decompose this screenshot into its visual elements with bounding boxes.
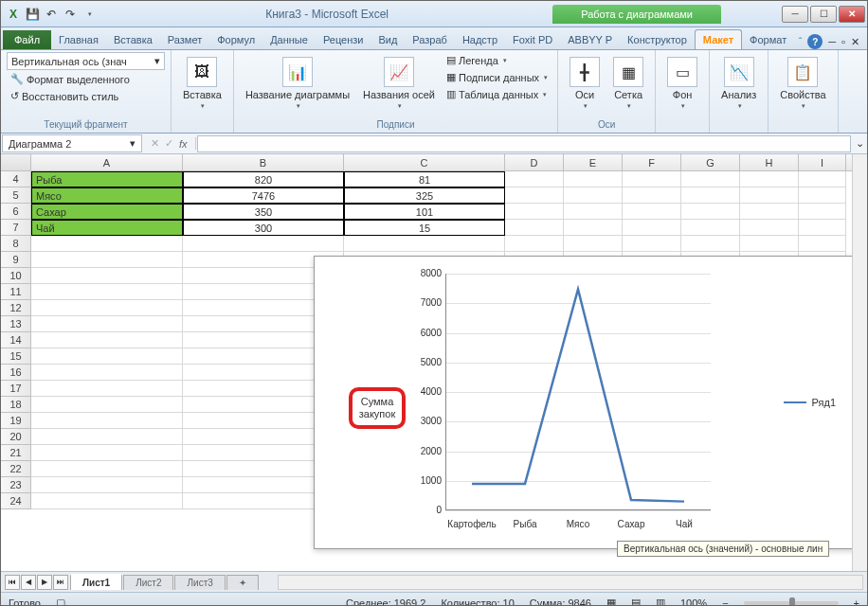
- cell-F8[interactable]: [623, 236, 681, 252]
- column-header-B[interactable]: B: [183, 154, 344, 170]
- chart-element-selector[interactable]: Вертикальная ось (знач▾: [7, 52, 165, 70]
- sheet-nav-next[interactable]: ▶: [37, 575, 52, 590]
- doc-restore-icon[interactable]: ▫: [841, 36, 845, 47]
- cell-A19[interactable]: [31, 413, 183, 429]
- cell-A6[interactable]: Сахар: [31, 204, 183, 220]
- cell-G8[interactable]: [681, 236, 740, 252]
- row-header-16[interactable]: 16: [1, 365, 31, 381]
- minimize-ribbon-icon[interactable]: ˆ: [799, 36, 803, 47]
- cell-G7[interactable]: [681, 220, 740, 236]
- zoom-out-button[interactable]: −: [722, 597, 728, 607]
- column-header-I[interactable]: I: [799, 154, 846, 170]
- cell-H5[interactable]: [740, 187, 799, 204]
- gridlines-button[interactable]: ▦Сетка: [607, 52, 649, 115]
- sheet-tab-1[interactable]: Лист1: [70, 574, 122, 590]
- legend-button[interactable]: ▤Легенда: [443, 52, 552, 68]
- row-header-18[interactable]: 18: [1, 397, 31, 413]
- data-table-button[interactable]: ▥Таблица данных: [443, 86, 552, 102]
- tab-formulas[interactable]: Формул: [209, 30, 262, 49]
- cancel-formula-icon[interactable]: ✕: [151, 137, 159, 150]
- row-header-21[interactable]: 21: [1, 445, 31, 461]
- row-header-10[interactable]: 10: [1, 268, 31, 284]
- column-header-D[interactable]: D: [505, 154, 564, 170]
- row-header-4[interactable]: 4: [1, 171, 31, 187]
- sheet-nav-first[interactable]: ⏮: [5, 575, 20, 590]
- insert-button[interactable]: 🖼Вставка: [177, 52, 227, 115]
- cell-A10[interactable]: [31, 268, 183, 284]
- select-all-corner[interactable]: [1, 154, 31, 170]
- row-header-9[interactable]: 9: [1, 252, 31, 268]
- column-header-E[interactable]: E: [564, 154, 623, 170]
- cell-I7[interactable]: [799, 220, 846, 236]
- tab-page-layout[interactable]: Размет: [160, 30, 209, 49]
- view-page-break-icon[interactable]: ▥: [656, 597, 665, 606]
- tab-abbyy[interactable]: ABBYY P: [560, 30, 620, 49]
- close-button[interactable]: ✕: [839, 6, 865, 23]
- cell-H7[interactable]: [740, 220, 799, 236]
- row-header-13[interactable]: 13: [1, 316, 31, 332]
- cell-C6[interactable]: 101: [344, 204, 505, 220]
- row-header-5[interactable]: 5: [1, 187, 31, 204]
- tab-foxit[interactable]: Foxit PD: [505, 30, 560, 49]
- cell-E8[interactable]: [564, 236, 623, 252]
- cell-I8[interactable]: [799, 236, 846, 252]
- tab-addins[interactable]: Надстр: [455, 30, 505, 49]
- zoom-level[interactable]: 100%: [680, 597, 707, 607]
- cell-D6[interactable]: [505, 204, 564, 220]
- tab-file[interactable]: Файл: [3, 30, 51, 49]
- data-labels-button[interactable]: ▦Подписи данных: [443, 69, 552, 85]
- formula-input[interactable]: [197, 135, 851, 152]
- tab-layout-chart[interactable]: Макет: [695, 29, 742, 49]
- row-header-19[interactable]: 19: [1, 413, 31, 429]
- cell-A4[interactable]: Рыба: [31, 171, 183, 187]
- column-header-F[interactable]: F: [623, 154, 681, 170]
- doc-minimize-icon[interactable]: ─: [828, 36, 836, 47]
- cell-C8[interactable]: [344, 236, 505, 252]
- cell-A23[interactable]: [31, 477, 183, 493]
- minimize-button[interactable]: ─: [782, 6, 808, 23]
- cell-B8[interactable]: [183, 236, 344, 252]
- cell-A8[interactable]: [31, 236, 183, 252]
- row-header-23[interactable]: 23: [1, 477, 31, 493]
- row-header-8[interactable]: 8: [1, 236, 31, 252]
- cell-A15[interactable]: [31, 348, 183, 365]
- cell-G5[interactable]: [681, 187, 740, 204]
- maximize-button[interactable]: ☐: [810, 6, 837, 23]
- doc-close-icon[interactable]: ✕: [851, 36, 859, 48]
- column-header-G[interactable]: G: [681, 154, 740, 170]
- chart-legend[interactable]: Ряд1: [784, 397, 836, 408]
- background-button[interactable]: ▭Фон: [661, 52, 703, 115]
- axes-button[interactable]: ╋Оси: [564, 52, 606, 115]
- cell-A21[interactable]: [31, 445, 183, 461]
- row-header-22[interactable]: 22: [1, 461, 31, 477]
- cell-B7[interactable]: 300: [183, 220, 344, 236]
- vertical-scrollbar[interactable]: [852, 154, 867, 571]
- tab-developer[interactable]: Разраб: [405, 30, 455, 49]
- column-header-A[interactable]: A: [31, 154, 183, 170]
- tab-view[interactable]: Вид: [371, 30, 405, 49]
- tab-home[interactable]: Главная: [51, 30, 106, 49]
- cell-A12[interactable]: [31, 300, 183, 316]
- line-series[interactable]: [445, 274, 711, 510]
- cell-A16[interactable]: [31, 365, 183, 381]
- save-button[interactable]: 💾: [24, 6, 41, 23]
- tab-format[interactable]: Формат: [742, 30, 794, 49]
- zoom-in-button[interactable]: +: [854, 597, 859, 607]
- cell-G6[interactable]: [681, 204, 740, 220]
- row-header-7[interactable]: 7: [1, 220, 31, 236]
- cell-A7[interactable]: Чай: [31, 220, 183, 236]
- tab-design[interactable]: Конструктор: [620, 30, 695, 49]
- cell-C7[interactable]: 15: [344, 220, 505, 236]
- redo-button[interactable]: ↷: [62, 6, 79, 23]
- fx-icon[interactable]: fx: [179, 138, 188, 150]
- row-header-11[interactable]: 11: [1, 284, 31, 300]
- cell-E6[interactable]: [564, 204, 623, 220]
- format-selection-button[interactable]: 🔧Формат выделенного: [7, 71, 165, 87]
- tab-insert[interactable]: Вставка: [106, 30, 160, 49]
- cell-F5[interactable]: [623, 187, 681, 204]
- name-box[interactable]: Диаграмма 2▾: [2, 134, 142, 152]
- sheet-tab-3[interactable]: Лист3: [174, 575, 225, 590]
- cell-H6[interactable]: [740, 204, 799, 220]
- cell-D7[interactable]: [505, 220, 564, 236]
- cell-E4[interactable]: [564, 171, 623, 187]
